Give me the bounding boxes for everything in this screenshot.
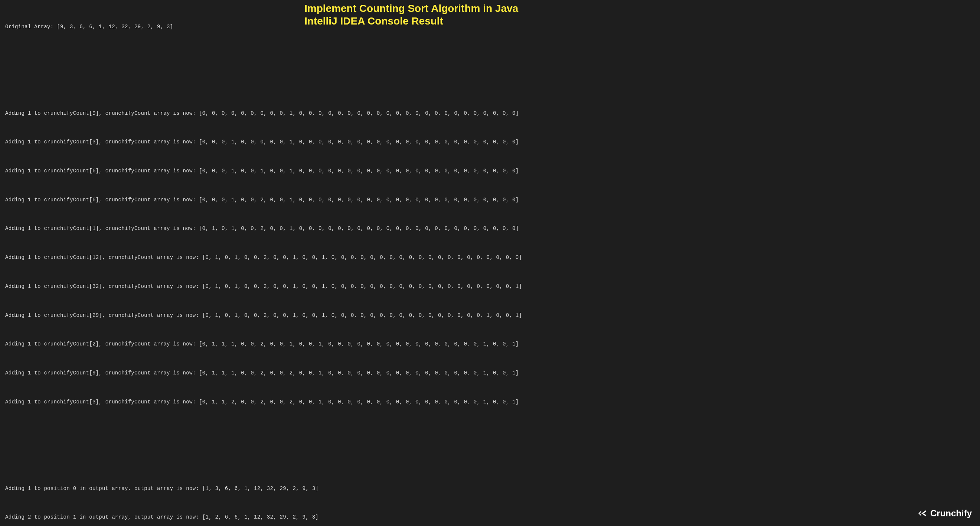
crunchify-logo: Crunchify — [918, 505, 972, 521]
console-output: Original Array: [9, 3, 6, 6, 1, 12, 32, … — [5, 3, 975, 526]
count-line: Adding 1 to crunchifyCount[9], crunchify… — [5, 109, 975, 118]
title-line2: IntelliJ IDEA Console Result — [304, 15, 965, 27]
count-line: Adding 1 to crunchifyCount[2], crunchify… — [5, 340, 975, 349]
count-line: Adding 1 to crunchifyCount[9], crunchify… — [5, 368, 975, 378]
blank-line — [5, 51, 975, 61]
title-line1: Implement Counting Sort Algorithm in Jav… — [304, 2, 965, 15]
count-line: Adding 1 to crunchifyCount[3], crunchify… — [5, 137, 975, 147]
blank-line — [5, 426, 975, 436]
output-line: Adding 1 to position 0 in output array, … — [5, 484, 975, 494]
blank-line — [5, 80, 975, 89]
count-line: Adding 1 to crunchifyCount[12], crunchif… — [5, 253, 975, 263]
count-line: Adding 1 to crunchifyCount[6], crunchify… — [5, 195, 975, 205]
title-overlay: Implement Counting Sort Algorithm in Jav… — [304, 2, 965, 27]
count-line: Adding 1 to crunchifyCount[32], crunchif… — [5, 282, 975, 292]
count-line: Adding 1 to crunchifyCount[1], crunchify… — [5, 224, 975, 234]
crunchify-icon — [918, 509, 928, 518]
count-line: Adding 1 to crunchifyCount[29], crunchif… — [5, 311, 975, 320]
count-line: Adding 1 to crunchifyCount[3], crunchify… — [5, 397, 975, 407]
output-line: Adding 2 to position 1 in output array, … — [5, 513, 975, 522]
count-line: Adding 1 to crunchifyCount[6], crunchify… — [5, 166, 975, 176]
logo-text: Crunchify — [930, 505, 972, 521]
blank-line — [5, 455, 975, 465]
